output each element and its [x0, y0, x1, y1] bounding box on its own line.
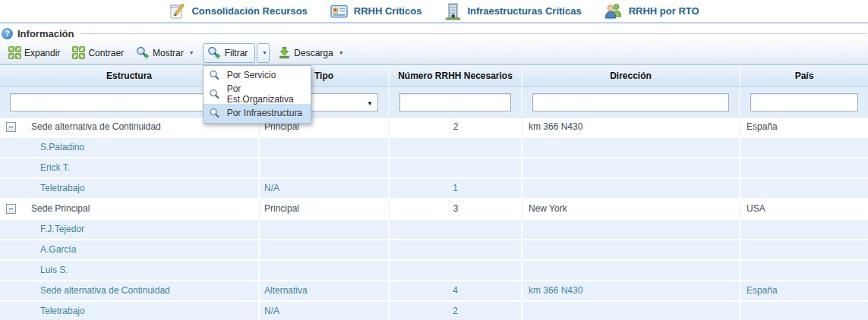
cell-pais	[740, 302, 868, 320]
filter-splitbutton: Filtrar ▼ Por Servicio	[203, 43, 270, 63]
table-row[interactable]: Teletrabajo N/A 1	[0, 179, 868, 199]
cell-direccion	[522, 261, 740, 280]
table-row[interactable]: Teletrabajo N/A 2	[0, 302, 868, 320]
cell-estructura: Teletrabajo	[40, 302, 85, 320]
magnifier-icon	[209, 108, 220, 119]
expand-icon	[8, 46, 21, 59]
menu-item-por-est-organizativa[interactable]: Por Est.Organizativa	[204, 85, 311, 104]
cell-pais	[740, 261, 868, 280]
cell-tipo	[260, 138, 390, 157]
filter-input-numero[interactable]	[399, 93, 511, 111]
table-row[interactable]: S.Paladino	[0, 138, 868, 158]
cell-pais: USA	[740, 199, 868, 218]
menu-item-label: Por Est.Organizativa	[227, 83, 311, 105]
cell-pais	[740, 220, 868, 239]
cell-tipo	[260, 158, 390, 177]
menu-item-label: Por Infraestructura	[227, 108, 302, 118]
filter-input-pais[interactable]	[750, 93, 858, 111]
cell-estructura: Teletrabajo	[40, 179, 85, 198]
table-row[interactable]: −Sede Principal Principal 3 New York USA	[0, 199, 868, 220]
nav-infraestructuras-criticas[interactable]: Infraestructuras Críticas	[444, 2, 581, 20]
show-label: Mostrar	[153, 48, 184, 58]
grid-toolbar: Expandir Contraer	[0, 41, 868, 64]
section-header: ? Información	[0, 26, 868, 41]
id-card-icon	[330, 4, 348, 19]
building-icon	[444, 2, 461, 20]
collapse-button[interactable]: Contraer	[68, 43, 128, 63]
help-icon[interactable]: ?	[2, 28, 13, 39]
data-grid: Estructura Tipo Número RRHH Necesarios D…	[0, 64, 868, 320]
cell-numero: 1	[390, 179, 522, 198]
download-button[interactable]: Descarga ▼	[274, 43, 347, 63]
cell-estructura: A.García	[40, 240, 76, 259]
collapse-toggle-icon[interactable]: −	[6, 204, 16, 214]
cell-numero: 4	[390, 281, 522, 300]
cell-numero	[390, 138, 522, 157]
nav-rrhh-criticos[interactable]: RRHH Críticos	[330, 4, 422, 19]
cell-numero: 3	[390, 199, 522, 218]
cell-tipo: N/A	[260, 179, 390, 198]
legend-rule	[80, 33, 866, 34]
filter-dropdown-arrow: ▼	[262, 50, 267, 55]
cell-estructura: F.J.Tejedor	[40, 220, 84, 239]
table-row[interactable]: Sede alternativa de Continuidad Alternat…	[0, 281, 868, 302]
magnifier-icon	[209, 70, 220, 81]
cell-tipo	[260, 240, 390, 259]
nav-consolidacion-recursos[interactable]: Consolidación Recursos	[169, 2, 307, 20]
download-dropdown-arrow[interactable]: ▼	[339, 50, 344, 55]
table-row[interactable]: F.J.Tejedor	[0, 220, 868, 240]
cell-direccion	[522, 138, 740, 157]
cell-numero	[390, 158, 522, 177]
nav-label: RRHH Críticos	[354, 5, 422, 17]
collapse-icon	[72, 46, 85, 59]
column-header-numero-rrhh[interactable]: Número RRHH Necesarios	[390, 65, 522, 86]
cell-tipo	[260, 220, 390, 239]
table-row[interactable]: A.García	[0, 240, 868, 261]
table-row[interactable]: −Sede alternativa de Continuidad Princip…	[0, 118, 868, 138]
cell-pais	[740, 158, 868, 177]
cell-direccion	[522, 220, 740, 239]
column-header-direccion[interactable]: Dirección	[522, 65, 740, 86]
collapse-label: Contraer	[88, 48, 124, 58]
cell-pais: España	[740, 118, 868, 136]
filter-label: Filtrar	[225, 48, 248, 58]
cell-tipo	[260, 261, 390, 280]
cell-numero	[390, 261, 522, 280]
download-icon	[278, 46, 291, 59]
expand-label: Expandir	[24, 48, 60, 58]
collapse-toggle-icon[interactable]: −	[6, 122, 16, 132]
filter-button[interactable]: Filtrar	[203, 43, 256, 63]
cell-direccion: km 366 N430	[522, 281, 740, 300]
nav-label: Infraestructuras Críticas	[467, 5, 581, 17]
table-row[interactable]: Erick T.	[0, 158, 868, 179]
filter-dropdown-menu: Por Servicio Por Est.Organizativa	[203, 65, 311, 124]
expand-button[interactable]: Expandir	[5, 43, 64, 63]
nav-rrhh-por-rto[interactable]: RRHH por RTO	[604, 3, 699, 19]
notepad-pencil-icon	[169, 2, 185, 20]
cell-estructura: S.Paladino	[40, 138, 84, 157]
cell-direccion: New York	[522, 199, 740, 218]
show-button[interactable]: Mostrar ▼	[132, 43, 198, 63]
cell-direccion: km 366 N430	[522, 118, 740, 136]
cell-estructura: Erick T.	[40, 158, 70, 177]
nav-label: Consolidación Recursos	[191, 5, 307, 17]
section-title: Información	[17, 28, 74, 39]
magnifier-icon	[209, 89, 220, 100]
cell-pais: España	[740, 281, 868, 300]
cell-numero	[390, 220, 522, 239]
filter-input-direccion[interactable]	[532, 93, 729, 111]
menu-item-label: Por Servicio	[227, 70, 276, 80]
column-header-pais[interactable]: País	[740, 65, 868, 86]
table-row[interactable]: Luis S.	[0, 261, 868, 281]
show-dropdown-arrow[interactable]: ▼	[189, 50, 194, 55]
filter-dropdown-arrow-button[interactable]: ▼	[257, 43, 270, 63]
cell-direccion	[522, 158, 740, 177]
cell-estructura: Sede alternativa de Continuidad	[31, 118, 161, 136]
cell-estructura: Sede alternativa de Continuidad	[40, 281, 170, 300]
select-arrow-icon: ▼	[367, 100, 373, 107]
menu-item-por-servicio[interactable]: Por Servicio	[204, 66, 311, 85]
menu-item-por-infraestructura[interactable]: Por Infraestructura	[204, 104, 311, 123]
cell-pais	[740, 240, 868, 259]
cell-tipo: Principal	[260, 199, 390, 218]
cell-direccion	[522, 179, 740, 198]
